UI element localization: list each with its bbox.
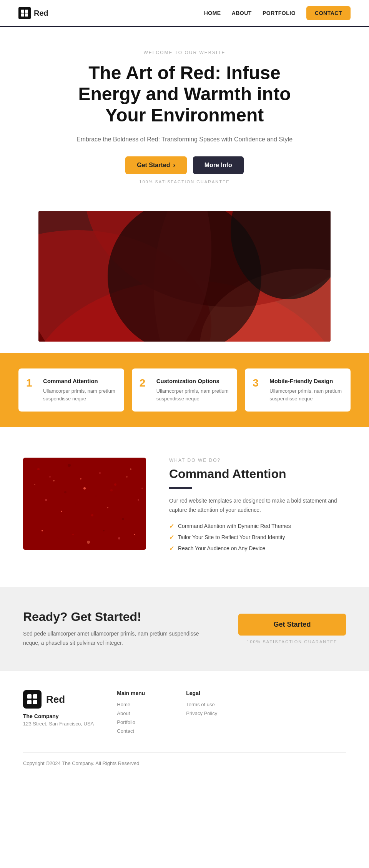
footer-address: 123 Street, San Francisco, USA bbox=[23, 721, 94, 727]
nav-home[interactable]: HOME bbox=[204, 10, 221, 16]
cta-section: Ready? Get Started! Sed pede ullamcorper… bbox=[0, 587, 369, 671]
svg-point-15 bbox=[53, 480, 55, 481]
footer-link-contact[interactable]: Contact bbox=[117, 728, 163, 734]
svg-rect-43 bbox=[27, 694, 32, 699]
what-list: ✓ Command Attention with Dynamic Red The… bbox=[169, 523, 346, 552]
features-section: 1 Command Attention Ullamcorper primis, … bbox=[0, 353, 369, 427]
what-list-item-3: ✓ Reach Your Audience on Any Device bbox=[169, 545, 346, 552]
svg-point-39 bbox=[95, 495, 97, 497]
logo-icon bbox=[18, 7, 31, 19]
what-list-text-2: Tailor Your Site to Reflect Your Brand I… bbox=[178, 534, 285, 540]
get-started-button[interactable]: Get Started › bbox=[125, 156, 187, 174]
svg-point-38 bbox=[80, 478, 81, 480]
svg-point-42 bbox=[141, 488, 143, 489]
footer-link-portfolio[interactable]: Portfolio bbox=[117, 719, 163, 725]
svg-point-40 bbox=[110, 489, 113, 491]
footer-logo: Red bbox=[23, 690, 94, 709]
what-image bbox=[23, 458, 146, 550]
footer-company-name: The Company bbox=[23, 713, 94, 719]
logo: Red bbox=[18, 7, 48, 19]
footer-legal: Legal Terms of use Privacy Policy bbox=[186, 690, 232, 737]
logo-text: Red bbox=[34, 9, 48, 18]
svg-point-20 bbox=[130, 468, 131, 470]
svg-point-28 bbox=[42, 530, 43, 531]
footer-brand: Red The Company 123 Street, San Francisc… bbox=[23, 690, 94, 737]
what-list-item-2: ✓ Tailor Your Site to Reflect Your Brand… bbox=[169, 534, 346, 541]
footer-link-privacy[interactable]: Privacy Policy bbox=[186, 710, 232, 716]
copyright-text: Copyright ©2024 The Company. All Rights … bbox=[23, 760, 139, 766]
cta-get-started-button[interactable]: Get Started bbox=[238, 614, 346, 636]
svg-point-19 bbox=[114, 483, 116, 486]
navbar: Red HOME ABOUT PORTFOLIO CONTACT bbox=[0, 0, 369, 27]
arrow-icon: › bbox=[173, 162, 175, 169]
get-started-label: Get Started bbox=[137, 162, 170, 169]
check-icon-2: ✓ bbox=[169, 534, 174, 541]
footer-link-terms[interactable]: Terms of use bbox=[186, 702, 232, 707]
hero-description: Embrace the Boldness of Red: Transformin… bbox=[68, 134, 301, 144]
what-list-text-1: Command Attention with Dynamic Red Theme… bbox=[178, 523, 291, 529]
nav-portfolio[interactable]: PORTFOLIO bbox=[263, 10, 296, 16]
svg-point-23 bbox=[75, 502, 78, 505]
what-title: Command Attention bbox=[169, 467, 346, 481]
svg-rect-2 bbox=[21, 13, 24, 17]
nav-contact-button[interactable]: CONTACT bbox=[306, 6, 351, 20]
footer-top: Red The Company 123 Street, San Francisc… bbox=[23, 690, 346, 737]
footer-link-about[interactable]: About bbox=[117, 710, 163, 716]
cta-description: Sed pede ullamcorper amet ullamcorper pr… bbox=[23, 629, 208, 648]
cta-right: Get Started 100% SATISFACTION GUARANTEE bbox=[238, 614, 346, 644]
svg-rect-46 bbox=[33, 700, 37, 704]
nav-about[interactable]: ABOUT bbox=[232, 10, 252, 16]
svg-point-24 bbox=[91, 514, 93, 516]
svg-rect-44 bbox=[33, 694, 37, 699]
svg-point-27 bbox=[138, 499, 139, 501]
svg-point-35 bbox=[34, 484, 35, 485]
svg-point-25 bbox=[107, 507, 108, 508]
footer-copyright: Copyright ©2024 The Company. All Rights … bbox=[23, 752, 346, 766]
svg-point-31 bbox=[87, 541, 90, 544]
what-we-do-section: WHAT DO WE DO? Command Attention Our red… bbox=[0, 427, 369, 587]
svg-point-21 bbox=[45, 499, 47, 501]
more-info-button[interactable]: More Info bbox=[193, 156, 244, 174]
svg-point-16 bbox=[68, 464, 71, 467]
feature-title-1: Command Attention bbox=[43, 378, 116, 384]
hero-image bbox=[38, 211, 331, 342]
feature-card-2: 2 Customization Options Ullamcorper prim… bbox=[132, 368, 238, 412]
svg-rect-13 bbox=[23, 458, 146, 550]
footer-logo-text: Red bbox=[46, 694, 65, 705]
feature-title-2: Customization Options bbox=[156, 378, 230, 384]
hero-guarantee: 100% SATISFACTION GUARANTEE bbox=[68, 179, 301, 184]
svg-point-18 bbox=[99, 472, 101, 474]
svg-point-26 bbox=[122, 518, 124, 520]
feature-content-2: Customization Options Ullamcorper primis… bbox=[156, 378, 230, 402]
what-subtitle: WHAT DO WE DO? bbox=[169, 458, 346, 463]
feature-number-2: 2 bbox=[140, 378, 150, 388]
check-icon-1: ✓ bbox=[169, 523, 174, 530]
cta-title: Ready? Get Started! bbox=[23, 610, 208, 624]
feature-number-3: 3 bbox=[253, 378, 263, 388]
nav-links: HOME ABOUT PORTFOLIO CONTACT bbox=[204, 6, 351, 20]
feature-desc-1: Ullamcorper primis, nam pretium suspendi… bbox=[43, 387, 116, 402]
hero-buttons: Get Started › More Info bbox=[68, 156, 301, 174]
what-content: WHAT DO WE DO? Command Attention Our red… bbox=[169, 458, 346, 556]
feature-card-1: 1 Command Attention Ullamcorper primis, … bbox=[18, 368, 124, 412]
svg-point-41 bbox=[126, 476, 128, 478]
what-divider bbox=[169, 487, 192, 489]
check-icon-3: ✓ bbox=[169, 545, 174, 552]
svg-point-30 bbox=[72, 534, 74, 535]
footer-logo-icon bbox=[23, 690, 42, 709]
svg-point-14 bbox=[37, 468, 40, 470]
what-description: Our red website templates are designed t… bbox=[169, 496, 346, 515]
cta-left: Ready? Get Started! Sed pede ullamcorper… bbox=[23, 610, 208, 648]
footer-main-menu-title: Main menu bbox=[117, 690, 163, 696]
footer-main-menu: Main menu Home About Portfolio Contact bbox=[117, 690, 163, 737]
what-list-text-3: Reach Your Audience on Any Device bbox=[178, 545, 265, 551]
svg-point-37 bbox=[64, 491, 66, 493]
svg-point-34 bbox=[134, 534, 135, 535]
svg-point-36 bbox=[49, 476, 51, 478]
what-list-item-1: ✓ Command Attention with Dynamic Red The… bbox=[169, 523, 346, 530]
feature-card-3: 3 Mobile-Friendly Design Ullamcorper pri… bbox=[245, 368, 351, 412]
svg-point-17 bbox=[83, 487, 86, 490]
feature-content-1: Command Attention Ullamcorper primis, na… bbox=[43, 378, 116, 402]
footer-link-home[interactable]: Home bbox=[117, 702, 163, 707]
feature-number-1: 1 bbox=[26, 378, 37, 388]
